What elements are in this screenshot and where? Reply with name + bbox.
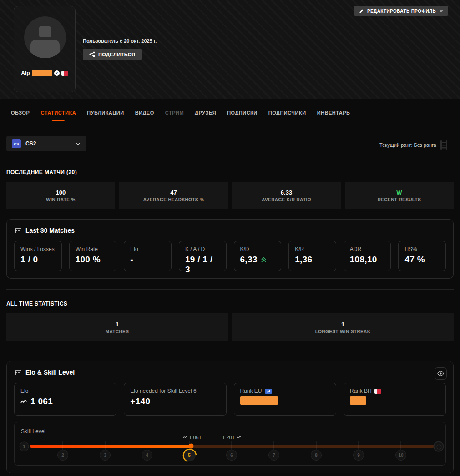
stat-tile-recent-results: W RECENT RESULTS <box>345 182 454 209</box>
card-rank-eu: Rank EU <box>234 383 336 416</box>
card-elo: Elo - <box>124 241 172 271</box>
skill-level-label: Skill Level <box>21 428 45 435</box>
card-wins-losses: Wins / Losses 1 / 0 <box>14 241 62 271</box>
game-selector-dropdown[interactable]: cs CS2 <box>6 136 86 151</box>
share-icon <box>89 51 95 57</box>
skill-level-slider: Skill Level 1 061 1 201 1 <box>14 422 446 466</box>
stats-section-icon <box>14 227 21 234</box>
redacted-rank-bh-block <box>350 396 366 405</box>
skill-level-4: 4 <box>142 450 152 461</box>
username: Alp ✓ <box>14 70 75 76</box>
elo-wave-icon <box>182 436 187 439</box>
card-kr: K/R 1,36 <box>288 241 336 271</box>
card-kad: K / A / D 19 / 1 / 3 <box>179 241 227 271</box>
stat-tile-kr-ratio: 6.33 AVERAGE K/R RATIO <box>232 182 341 209</box>
current-rank-text: Текущий ранг: Без ранга <box>379 142 436 148</box>
bahrain-flag-icon <box>61 71 68 76</box>
current-rank: Текущий ранг: Без ранга <box>379 140 448 150</box>
tab-bar: ОБЗОР СТАТИСТИКА ПУБЛИКАЦИИ ВИДЕО СТРИМ … <box>11 110 454 122</box>
skill-progress-bar <box>30 445 191 448</box>
card-hs: HS% 47 % <box>398 241 446 271</box>
game-selector-row: cs CS2 Текущий ранг: Без ранга <box>6 136 454 151</box>
current-elo-marker-label: 1 061 <box>182 435 202 440</box>
next-threshold-label: 1 201 <box>222 435 241 440</box>
skill-level-1: 1 <box>20 442 29 451</box>
card-win-rate: Win Rate 100 % <box>69 241 117 271</box>
skill-level-2: 2 <box>57 450 68 461</box>
tab-statistics[interactable]: СТАТИСТИКА <box>40 110 76 120</box>
recent-matches-title: ПОСЛЕДНИЕ МАТЧИ (20) <box>6 169 454 175</box>
last-30-matches-title: Last 30 Matches <box>14 227 446 234</box>
profile-page: Alp ✓ Пользователь с 20 окт. 2025 г. ПОД… <box>0 0 460 476</box>
avatar-person-icon <box>39 26 51 37</box>
card-elo-needed: Elo needed for Skill Level 6 +140 <box>124 383 226 416</box>
skill-level-5-current: 5 <box>183 449 196 461</box>
skill-level-6: 6 <box>226 450 237 461</box>
elo-wave-icon <box>236 436 241 439</box>
stats-section-icon <box>14 369 21 376</box>
elo-skill-panel: Elo & Skill Level Elo 1 061 Elo ne <box>6 361 454 473</box>
level-5-progress-ring <box>182 448 197 463</box>
tab-posts[interactable]: ПУБЛИКАЦИИ <box>87 110 124 120</box>
selected-game-label: CS2 <box>25 140 36 147</box>
eu-flag-icon <box>265 389 272 394</box>
card-adr: ADR 108,10 <box>344 241 391 271</box>
skill-level-10: 10 <box>395 450 406 461</box>
stat-tile-matches: 1 MATCHES <box>6 313 228 341</box>
recent-matches-tiles: 100 WIN RATE % 47 AVERAGE HEADSHOTS % 6.… <box>6 182 454 209</box>
tab-stream[interactable]: СТРИМ <box>165 110 184 120</box>
last-30-matches-panel: Last 30 Matches Wins / Losses 1 / 0 Win … <box>6 219 454 279</box>
verified-badge-icon: ✓ <box>54 70 60 76</box>
redacted-rank-eu-block <box>240 396 278 405</box>
avatar-card: Alp ✓ <box>14 6 76 92</box>
edit-profile-label: РЕДАКТИРОВАТЬ ПРОФИЛЬ <box>367 9 436 14</box>
skill-level-3: 3 <box>100 450 111 461</box>
redacted-username-block <box>32 70 52 76</box>
card-kd: K/D 6,33 <box>234 241 282 271</box>
trend-up-icon <box>261 257 267 263</box>
eye-icon <box>437 371 444 376</box>
visibility-toggle-button[interactable] <box>435 367 447 380</box>
card-rank-bh: Rank BH <box>344 383 446 416</box>
last-30-matches-cards: Wins / Losses 1 / 0 Win Rate 100 % Elo -… <box>14 241 446 271</box>
share-button[interactable]: ПОДЕЛИТЬСЯ <box>83 49 142 60</box>
username-text: Alp <box>21 70 30 76</box>
all-time-tiles: 1 MATCHES 1 LONGEST WIN STREAK <box>6 313 454 341</box>
stat-tile-win-streak: 1 LONGEST WIN STREAK <box>232 313 454 341</box>
chevron-down-icon <box>76 142 81 145</box>
all-time-title: ALL TIME STATISTICS <box>6 301 454 307</box>
profile-banner: Alp ✓ Пользователь с 20 окт. 2025 г. ПОД… <box>0 0 460 99</box>
edit-profile-button[interactable]: РЕДАКТИРОВАТЬ ПРОФИЛЬ <box>354 6 448 16</box>
card-current-elo: Elo 1 061 <box>14 383 116 416</box>
member-since-text: Пользователь с 20 окт. 2025 г. <box>83 38 157 44</box>
tab-overview[interactable]: ОБЗОР <box>11 110 30 120</box>
stat-tile-winrate: 100 WIN RATE % <box>6 182 115 209</box>
elo-skill-title: Elo & Skill Level <box>14 369 446 376</box>
tab-inventory[interactable]: ИНВЕНТАРЬ <box>317 110 350 120</box>
chevron-down-icon <box>439 10 443 12</box>
stat-tile-headshots: 47 AVERAGE HEADSHOTS % <box>119 182 228 209</box>
elo-cards: Elo 1 061 Elo needed for Skill Level 6 +… <box>14 383 446 416</box>
tab-friends[interactable]: ДРУЗЬЯ <box>195 110 216 120</box>
pencil-icon <box>359 9 364 14</box>
skill-level-7: 7 <box>268 450 279 461</box>
bahrain-flag-icon <box>374 389 381 394</box>
rank-ladder-icon <box>440 140 448 150</box>
section-divider <box>6 289 454 290</box>
tab-videos[interactable]: ВИДЕО <box>135 110 154 120</box>
avatar <box>24 16 66 58</box>
elo-wave-icon <box>20 399 27 404</box>
skill-level-9: 9 <box>353 450 364 461</box>
cs2-game-icon: cs <box>12 139 21 148</box>
skill-level-8: 8 <box>311 450 322 461</box>
challenger-end-icon <box>434 441 444 452</box>
tab-following[interactable]: ПОДПИСКИ <box>227 110 258 120</box>
tab-followers[interactable]: ПОДПИСЧИКИ <box>268 110 306 120</box>
share-button-label: ПОДЕЛИТЬСЯ <box>98 52 135 57</box>
